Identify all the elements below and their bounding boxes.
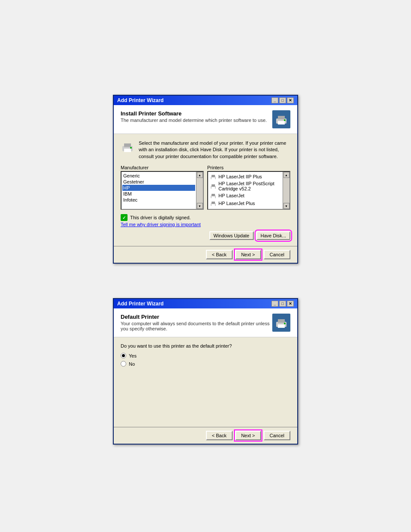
wizard2-header-subtitle: Your computer will always send documents… xyxy=(121,321,272,331)
manufacturer-gestetner[interactable]: Gestetner xyxy=(122,179,195,185)
svg-rect-10 xyxy=(212,177,215,179)
wizard1-header-title: Install Printer Software xyxy=(121,110,267,117)
svg-rect-5 xyxy=(124,143,131,147)
titlebar2-controls: _ □ ✕ xyxy=(271,301,294,307)
svg-point-23 xyxy=(284,323,286,324)
wizard2-next-button[interactable]: Next > xyxy=(235,431,261,440)
wizard1-header-text: Install Printer Software The manufacture… xyxy=(121,110,267,123)
wizard-install-printer: Add Printer Wizard _ □ ✕ Install Printer… xyxy=(113,95,298,264)
wizard2-header: Default Printer Your computer will alway… xyxy=(114,308,297,337)
radio-yes-label: Yes xyxy=(129,353,137,358)
minimize-button[interactable]: _ xyxy=(271,97,278,103)
svg-rect-1 xyxy=(278,116,285,119)
wizard2-title: Add Printer Wizard xyxy=(117,301,164,307)
wizard2-back-button[interactable]: < Back xyxy=(206,431,233,440)
svg-point-7 xyxy=(130,147,132,149)
radio-no-label: No xyxy=(129,361,135,367)
svg-rect-22 xyxy=(278,324,285,328)
svg-rect-16 xyxy=(212,196,215,198)
default-question: Do you want to use this printer as the d… xyxy=(121,343,290,348)
scroll-up[interactable]: ▲ xyxy=(197,172,203,178)
page-container: Add Printer Wizard _ □ ✕ Install Printer… xyxy=(0,0,411,532)
printer-small-icon-3 xyxy=(210,192,217,199)
printers-list-box: Printers HP LaserJet IIP Plus xyxy=(207,165,290,210)
wizard1-header: Install Printer Software The manufacture… xyxy=(114,105,297,134)
manufacturer-list[interactable]: Generic Gestetner HP IBM Infotec ▲ ▼ xyxy=(121,171,204,210)
svg-rect-12 xyxy=(212,184,215,187)
printers-scroll-track xyxy=(283,178,290,203)
minimize-button-2[interactable]: _ xyxy=(271,301,278,307)
printer-small-icon-2 xyxy=(210,183,217,190)
scroll-down[interactable]: ▼ xyxy=(197,203,203,209)
svg-rect-15 xyxy=(212,194,215,196)
printers-label: Printers xyxy=(207,165,290,170)
titlebar-controls: _ □ ✕ xyxy=(271,97,294,103)
windows-update-button[interactable]: Windows Update xyxy=(209,231,254,240)
printer-small-icon-4 xyxy=(210,200,217,207)
wizard1-body: Select the manufacturer and model of you… xyxy=(114,134,297,246)
manufacturer-ibm[interactable]: IBM xyxy=(122,191,195,197)
driver-signed-row: ✓ This driver is digitally signed. xyxy=(121,214,290,221)
svg-rect-18 xyxy=(212,202,215,204)
printers-scrollbar[interactable]: ▲ ▼ xyxy=(283,172,290,209)
printer-item-1[interactable]: HP LaserJet IIP Plus xyxy=(209,173,282,180)
svg-rect-19 xyxy=(212,204,215,206)
svg-rect-9 xyxy=(212,175,215,177)
printers-scroll-up[interactable]: ▲ xyxy=(283,172,290,178)
wizard2-titlebar: Add Printer Wizard _ □ ✕ xyxy=(114,299,297,308)
manufacturer-label: Manufacturer xyxy=(121,165,204,170)
printer-small-icon xyxy=(210,173,217,180)
manufacturer-list-box: Manufacturer Generic Gestetner HP IBM In… xyxy=(121,165,204,210)
wizard1-footer: < Back Next > Cancel xyxy=(114,246,297,263)
radio-yes-input[interactable] xyxy=(121,353,126,358)
driver-signing-link[interactable]: Tell me why driver signing is important xyxy=(121,222,290,227)
wizard1-next-button[interactable]: Next > xyxy=(235,250,261,259)
wizard1-titlebar: Add Printer Wizard _ □ ✕ xyxy=(114,96,297,105)
svg-rect-2 xyxy=(278,121,285,124)
printer-wizard-icon xyxy=(272,110,290,128)
wizard1-body-description: Select the manufacturer and model of you… xyxy=(139,140,290,160)
wizard2-cancel-button[interactable]: Cancel xyxy=(264,431,290,440)
wizard2-footer: < Back Next > Cancel xyxy=(114,427,297,444)
manufacturer-items: Generic Gestetner HP IBM Infotec xyxy=(121,172,203,204)
radio-yes[interactable]: Yes xyxy=(121,353,290,358)
radio-no[interactable]: No xyxy=(121,361,290,367)
printer-item-4[interactable]: HP LaserJet Plus xyxy=(209,199,282,207)
svg-rect-6 xyxy=(124,149,131,152)
wizard1-back-button[interactable]: < Back xyxy=(206,250,233,259)
wizard1-header-subtitle: The manufacturer and model determine whi… xyxy=(121,118,267,123)
close-button[interactable]: ✕ xyxy=(287,97,294,103)
close-button-2[interactable]: ✕ xyxy=(287,301,294,307)
maximize-button-2[interactable]: □ xyxy=(279,301,286,307)
manufacturer-scrollbar[interactable]: ▲ ▼ xyxy=(196,172,203,209)
have-disk-button[interactable]: Have Disk... xyxy=(256,231,290,240)
wizard2-header-title: Default Printer xyxy=(121,314,272,320)
printers-list[interactable]: HP LaserJet IIP Plus HP LaserJet IIP Pos… xyxy=(207,171,290,210)
spacer xyxy=(121,369,290,421)
svg-rect-13 xyxy=(212,187,215,189)
wizard1-title: Add Printer Wizard xyxy=(117,97,164,103)
radio-no-input[interactable] xyxy=(121,361,126,367)
manufacturer-infotec[interactable]: Infotec xyxy=(122,197,195,203)
printer-items: HP LaserJet IIP Plus HP LaserJet IIP Pos… xyxy=(208,172,290,208)
wizard1-body-text-area: Select the manufacturer and model of you… xyxy=(121,140,290,160)
scroll-track xyxy=(197,178,203,203)
shield-check-icon: ✓ xyxy=(121,214,128,221)
printer-wizard-icon-2 xyxy=(272,314,290,332)
manufacturer-generic[interactable]: Generic xyxy=(122,173,195,179)
wizard2-header-text: Default Printer Your computer will alway… xyxy=(121,314,272,331)
svg-point-3 xyxy=(284,119,286,121)
maximize-button[interactable]: □ xyxy=(279,97,286,103)
svg-rect-21 xyxy=(278,319,285,323)
printers-scroll-down[interactable]: ▼ xyxy=(283,203,290,209)
small-printer-icon xyxy=(121,140,134,154)
wizard1-cancel-button[interactable]: Cancel xyxy=(264,250,290,259)
wizard-default-printer: Add Printer Wizard _ □ ✕ Default Printer… xyxy=(113,298,298,445)
wizard2-body: Do you want to use this printer as the d… xyxy=(114,337,297,427)
lists-container: Manufacturer Generic Gestetner HP IBM In… xyxy=(121,165,290,210)
driver-signed-text: This driver is digitally signed. xyxy=(130,215,191,220)
driver-buttons: Windows Update Have Disk... xyxy=(121,231,290,240)
printer-item-3[interactable]: HP LaserJet xyxy=(209,192,282,199)
manufacturer-hp[interactable]: HP xyxy=(122,185,195,191)
printer-item-2[interactable]: HP LaserJet IIP PostScript Cartridge v52… xyxy=(209,180,282,192)
